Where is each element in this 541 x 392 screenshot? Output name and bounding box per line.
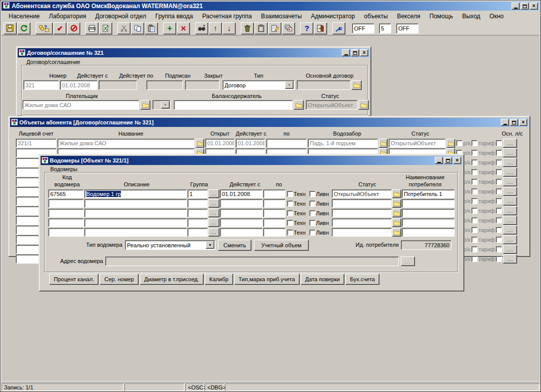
name-cell[interactable]: Жилые дома САО (57, 139, 195, 148)
main-contract-browse-button[interactable] (352, 80, 362, 90)
account-cell[interactable]: 321/1 (16, 139, 56, 148)
tech-checkbox[interactable] (287, 191, 293, 197)
status-browse-button[interactable] (392, 218, 401, 227)
check-date-button[interactable]: Дата поверки (301, 274, 344, 285)
tech-checkbox[interactable] (287, 210, 293, 216)
group-more-button[interactable]: ... (208, 218, 219, 227)
main-account-checkbox[interactable] (496, 150, 502, 156)
find-icon[interactable]: ? (195, 22, 208, 35)
closed-field[interactable] (185, 80, 219, 90)
copy-icon[interactable] (131, 22, 144, 35)
valid-from-cell[interactable] (220, 209, 263, 217)
close-icon[interactable]: × (530, 3, 538, 10)
signed-field[interactable] (146, 80, 183, 90)
code-cell[interactable]: 67565 (48, 189, 84, 198)
main-contract-field[interactable] (297, 80, 351, 90)
main-account-checkbox[interactable] (496, 159, 502, 166)
storm-checkbox[interactable] (309, 230, 315, 236)
group-cell[interactable]: 1 (187, 189, 208, 198)
group-more-button[interactable]: ... (208, 189, 219, 198)
code-cell[interactable] (48, 218, 84, 227)
toolbar-field-2[interactable] (379, 23, 391, 34)
tariff-checkbox[interactable] (471, 217, 478, 223)
menu-naselenie[interactable]: Население (4, 12, 44, 21)
connect-icon[interactable] (332, 22, 345, 35)
menu-gruppa-vvoda[interactable]: Группа ввода (151, 12, 198, 21)
descr-cell[interactable] (84, 218, 187, 227)
tariff-checkbox[interactable] (471, 188, 478, 194)
menu-okno[interactable]: Окно (485, 12, 508, 21)
status-cell[interactable] (332, 228, 392, 237)
minimize-icon[interactable] (435, 157, 443, 164)
object-row[interactable]: 321/1 Жилые дома САО 01.01.2008 01.01.20… (16, 139, 525, 148)
storm-checkbox[interactable] (309, 201, 315, 207)
more-button[interactable]: ... (503, 225, 517, 235)
more-button[interactable]: ... (503, 187, 517, 196)
meter-row[interactable]: ...ТехнЛивн (48, 218, 455, 227)
main-account-checkbox[interactable] (496, 140, 502, 146)
menu-dogovornoy-otdel[interactable]: Договорной отдел (90, 12, 150, 21)
objects-window-title-bar[interactable]: Объекты абонента [Договор/соглашение № 3… (10, 118, 528, 127)
move-up-icon[interactable]: ↑ (209, 22, 222, 35)
tech-checkbox[interactable] (287, 220, 293, 226)
meter-row[interactable]: ...ТехнЛивн (48, 199, 455, 208)
device-type-button[interactable]: Тип,марка приб.учета (234, 274, 300, 285)
meter-row[interactable]: ...ТехнЛивн (48, 209, 455, 217)
status-cell[interactable] (332, 209, 392, 217)
maximize-icon[interactable] (521, 3, 529, 10)
descr-cell[interactable] (84, 209, 187, 217)
refresh-icon[interactable] (17, 22, 30, 35)
opened-cell[interactable]: 01.01.2008 (205, 139, 235, 148)
payer-field[interactable]: Жилые дома САО (22, 100, 139, 110)
maximize-icon[interactable] (444, 157, 452, 164)
valid-to-cell[interactable] (266, 139, 307, 148)
accounts-button[interactable]: Бух.счета (345, 274, 379, 285)
tariff-checkbox[interactable] (471, 169, 478, 175)
valid-to-cell[interactable] (263, 228, 285, 237)
main-account-checkbox[interactable] (496, 208, 502, 214)
payer-combobox[interactable]: ▼ (152, 100, 171, 110)
name-browse-button[interactable] (196, 139, 204, 148)
group-more-button[interactable]: ... (208, 209, 219, 217)
code-cell[interactable] (48, 209, 84, 217)
chevron-down-icon[interactable]: ▼ (161, 101, 170, 109)
tariff-checkbox[interactable] (471, 198, 478, 204)
add-record-icon[interactable]: + (163, 22, 176, 35)
caliber-button[interactable]: Калибр (205, 274, 233, 285)
more-button[interactable]: ... (503, 206, 517, 215)
valid-to-cell[interactable] (263, 209, 285, 217)
type-combobox[interactable]: Договор▼ (222, 80, 295, 90)
status-browse-button[interactable] (392, 189, 401, 198)
minimize-icon[interactable] (342, 49, 350, 56)
intake-cell[interactable]: Падь, 1-й подъем (308, 139, 378, 148)
maximize-icon[interactable] (351, 49, 359, 56)
more-button[interactable]: ... (503, 235, 517, 244)
meter-row[interactable]: 67565 Водомер 1 гр 1 ... 01.01.2008 Техн… (48, 189, 455, 198)
number-field[interactable]: 321 (23, 80, 59, 90)
main-account-checkbox[interactable] (496, 179, 502, 185)
move-down-icon[interactable]: ↓ (222, 22, 236, 35)
toolbar-field-3[interactable] (396, 23, 419, 34)
tariff-checkbox[interactable] (471, 179, 478, 185)
consumer-cell[interactable]: Потребитель 1 (402, 189, 455, 198)
chevron-down-icon[interactable]: ▼ (285, 81, 294, 89)
meter-address-field[interactable] (105, 256, 399, 266)
main-account-checkbox[interactable] (496, 256, 502, 262)
help-icon[interactable]: ? (300, 22, 313, 35)
edit-note-icon[interactable] (268, 22, 281, 35)
contract-window-title-bar[interactable]: Договор/соглашение № 321 × (18, 48, 369, 57)
tariff-checkbox[interactable] (471, 150, 478, 156)
print-icon[interactable] (85, 22, 99, 35)
clipboard-icon[interactable] (254, 22, 268, 35)
cancel-icon[interactable] (67, 22, 80, 35)
main-account-checkbox[interactable] (496, 188, 502, 194)
balance-holder-browse-button[interactable] (294, 100, 304, 110)
meter-row[interactable]: ...ТехнЛивн (48, 228, 455, 237)
tariff-checkbox[interactable] (471, 140, 478, 146)
windows-copy-icon[interactable] (282, 22, 295, 35)
menu-administrator[interactable]: Администратор (306, 12, 360, 21)
diameter-button[interactable]: Диаметр в т.присоед. (140, 274, 204, 285)
tariff-checkbox[interactable] (471, 159, 478, 166)
change-button[interactable]: Сменить (218, 240, 251, 251)
tariff-checkbox[interactable] (471, 208, 478, 214)
